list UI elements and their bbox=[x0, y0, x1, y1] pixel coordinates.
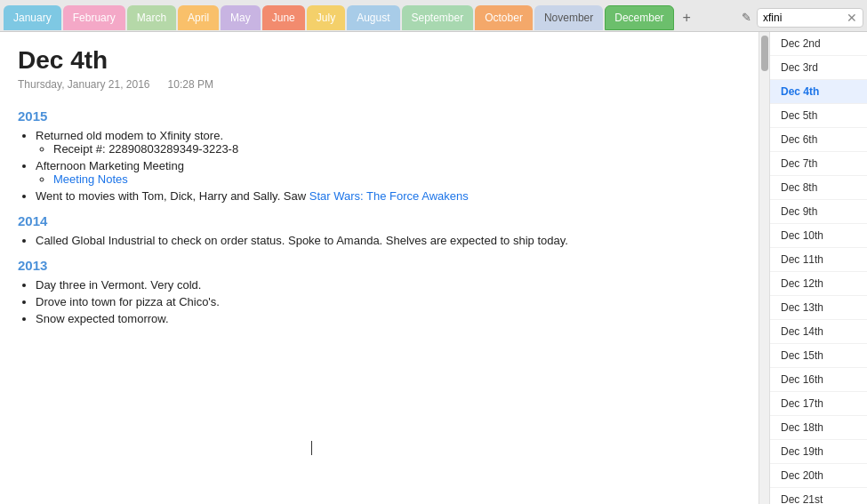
tab-february[interactable]: February bbox=[63, 5, 125, 30]
entry-text-before: Went to movies with Tom, Dick, Harry and… bbox=[36, 189, 309, 203]
list-item: Day three in Vermont. Very cold. bbox=[36, 278, 741, 292]
page-date: Thursday, January 21, 2016 bbox=[18, 78, 150, 91]
sidebar-item[interactable]: Dec 18th bbox=[770, 416, 867, 440]
sidebar-item[interactable]: Dec 6th bbox=[770, 128, 867, 152]
page-meta: Thursday, January 21, 2016 10:28 PM bbox=[18, 78, 741, 91]
sidebar-item[interactable]: Dec 15th bbox=[770, 344, 867, 368]
sidebar-item[interactable]: Dec 3rd bbox=[770, 56, 867, 80]
add-tab-button[interactable]: + bbox=[676, 5, 698, 30]
year-2014: 2014 bbox=[18, 213, 741, 228]
sidebar-item[interactable]: Dec 2nd bbox=[770, 32, 867, 56]
entry-text: Returned old modem to Xfinity store. bbox=[36, 129, 223, 142]
page-time: 10:28 PM bbox=[168, 78, 213, 91]
list-item: Meeting Notes bbox=[53, 172, 741, 186]
tab-march[interactable]: March bbox=[127, 5, 176, 30]
sidebar-item[interactable]: Dec 16th bbox=[770, 368, 867, 392]
editor-area[interactable]: Dec 4th Thursday, January 21, 2016 10:28… bbox=[0, 32, 759, 504]
sidebar-item[interactable]: Dec 8th bbox=[770, 176, 867, 200]
tab-bar: January February March April May June Ju… bbox=[0, 0, 867, 32]
sidebar-item[interactable]: Dec 13th bbox=[770, 296, 867, 320]
list-item: Drove into town for pizza at Chico's. bbox=[36, 295, 741, 308]
tab-january[interactable]: January bbox=[4, 5, 61, 30]
tab-june[interactable]: June bbox=[262, 5, 305, 30]
list-item: Afternoon Marketing Meeting Meeting Note… bbox=[36, 159, 741, 186]
list-item: Snow expected tomorrow. bbox=[36, 312, 741, 325]
list-item: Went to movies with Tom, Dick, Harry and… bbox=[36, 189, 741, 203]
tab-september[interactable]: September bbox=[402, 5, 474, 30]
scroll-thumb[interactable] bbox=[761, 36, 768, 71]
list-item: Receipt #: 22890803289349-3223-8 bbox=[53, 142, 741, 156]
search-box: ✕ bbox=[757, 8, 863, 28]
sidebar-item-dec4[interactable]: Dec 4th bbox=[770, 80, 867, 104]
year-2015: 2015 bbox=[18, 108, 741, 124]
list-item: Called Global Industrial to check on ord… bbox=[36, 234, 741, 247]
sub-list: Meeting Notes bbox=[53, 172, 741, 186]
tab-august[interactable]: August bbox=[347, 5, 399, 30]
tab-may[interactable]: May bbox=[221, 5, 261, 30]
tab-november[interactable]: November bbox=[534, 5, 603, 30]
scroll-track[interactable] bbox=[759, 32, 769, 504]
close-search-icon[interactable]: ✕ bbox=[847, 11, 857, 25]
main-area: Dec 4th Thursday, January 21, 2016 10:28… bbox=[0, 32, 867, 504]
sidebar: Dec 2nd Dec 3rd Dec 4th Dec 5th Dec 6th … bbox=[769, 32, 867, 504]
sub-list: Receipt #: 22890803289349-3223-8 bbox=[53, 142, 741, 156]
edit-icon[interactable]: ✎ bbox=[742, 11, 751, 24]
page-title: Dec 4th bbox=[18, 46, 741, 75]
sidebar-item[interactable]: Dec 12th bbox=[770, 272, 867, 296]
sidebar-item[interactable]: Dec 10th bbox=[770, 224, 867, 248]
sidebar-item[interactable]: Dec 14th bbox=[770, 320, 867, 344]
tab-july[interactable]: July bbox=[307, 5, 345, 30]
tab-october[interactable]: October bbox=[475, 5, 533, 30]
entry-text: Afternoon Marketing Meeting bbox=[36, 159, 184, 172]
sidebar-item[interactable]: Dec 21st bbox=[770, 488, 867, 504]
star-wars-link[interactable]: Star Wars: The Force Awakens bbox=[309, 189, 469, 203]
sidebar-item[interactable]: Dec 5th bbox=[770, 104, 867, 128]
year-2013: 2013 bbox=[18, 258, 741, 273]
text-cursor bbox=[311, 441, 312, 455]
search-input[interactable] bbox=[763, 12, 843, 24]
sidebar-item[interactable]: Dec 17th bbox=[770, 392, 867, 416]
sidebar-item[interactable]: Dec 11th bbox=[770, 248, 867, 272]
list-item: Returned old modem to Xfinity store. Rec… bbox=[36, 129, 741, 156]
tab-april[interactable]: April bbox=[178, 5, 219, 30]
sidebar-item[interactable]: Dec 7th bbox=[770, 152, 867, 176]
entries-2015: Returned old modem to Xfinity store. Rec… bbox=[36, 129, 741, 203]
entries-2014: Called Global Industrial to check on ord… bbox=[36, 234, 741, 247]
entries-2013: Day three in Vermont. Very cold. Drove i… bbox=[36, 278, 741, 325]
sidebar-item[interactable]: Dec 19th bbox=[770, 440, 867, 464]
meeting-notes-link[interactable]: Meeting Notes bbox=[53, 172, 128, 186]
tab-december[interactable]: December bbox=[605, 5, 673, 30]
sidebar-item[interactable]: Dec 9th bbox=[770, 200, 867, 224]
sidebar-item[interactable]: Dec 20th bbox=[770, 464, 867, 488]
